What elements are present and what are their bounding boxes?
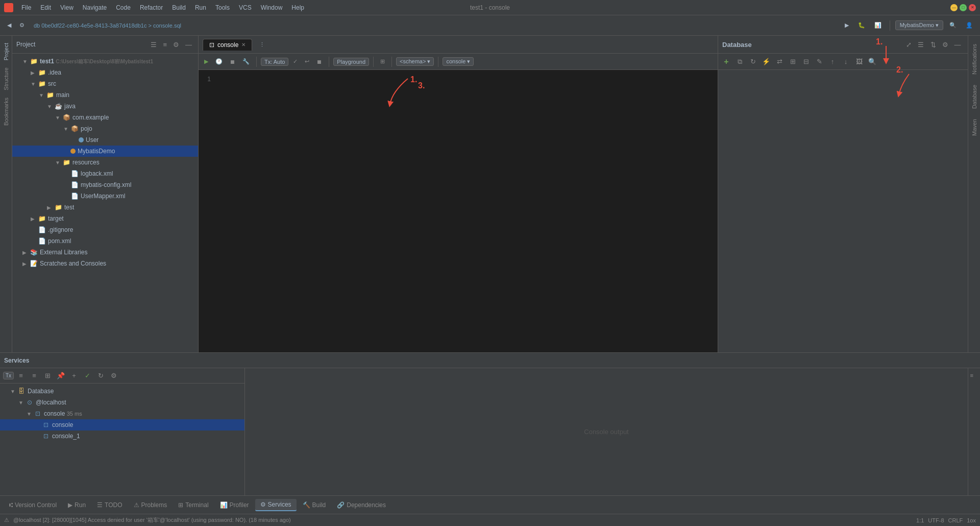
sidebar-close[interactable]: — — [183, 40, 194, 50]
services-gear-btn[interactable]: ⚙ — [108, 370, 120, 382]
rollback-button[interactable]: ↩ — [302, 57, 312, 66]
sidebar-collapse[interactable]: ≡ — [161, 40, 169, 50]
toolbar-run[interactable]: ▶ — [842, 20, 852, 30]
toolbar-profile[interactable]: 📊 — [871, 20, 885, 30]
tree-item-java[interactable]: ▼ ☕ java — [12, 101, 198, 112]
tree-item-src[interactable]: ▼ 📁 src — [12, 78, 198, 89]
console-dropdown[interactable]: console ▾ — [443, 57, 474, 66]
bookmarks-tab[interactable]: Bookmarks — [1, 94, 11, 129]
maven-tab[interactable]: Maven — [969, 115, 979, 140]
services-sidebar-btn[interactable]: ≡ — [970, 372, 978, 380]
bottom-tab-version-control[interactable]: ⑆ Version Control — [4, 499, 62, 511]
menu-code[interactable]: Code — [112, 3, 135, 12]
menu-edit[interactable]: Edit — [36, 3, 55, 12]
db-close-btn[interactable]: — — [951, 38, 964, 51]
menu-build[interactable]: Build — [168, 3, 190, 12]
tree-item-com-example[interactable]: ▼ 📦 com.example — [12, 112, 198, 123]
table-view-button[interactable]: ⊞ — [378, 57, 387, 66]
services-localhost-item[interactable]: ▼ ⊙ @localhost — [0, 397, 244, 408]
bottom-tab-profiler[interactable]: 📊 Profiler — [215, 499, 254, 511]
db-search-filter-btn[interactable]: 🔍 — [866, 56, 878, 68]
menu-run[interactable]: Run — [191, 3, 210, 12]
tree-item-scratches[interactable]: ▶ 📝 Scratches and Consoles — [12, 258, 198, 269]
menu-help[interactable]: Help — [287, 3, 308, 12]
sidebar-settings[interactable]: ⚙ — [171, 40, 181, 50]
db-table-btn[interactable]: ⊞ — [787, 56, 799, 68]
db-filter-btn[interactable]: ⚡ — [760, 56, 772, 68]
schema-dropdown[interactable]: <schema> ▾ — [396, 57, 434, 66]
db-add-btn[interactable]: + — [720, 56, 732, 68]
services-database-item[interactable]: ▼ 🗄 Database — [0, 386, 244, 397]
services-add-btn[interactable]: + — [68, 370, 80, 382]
services-console-35ms-item[interactable]: ▼ ⊡ console 35 ms — [0, 408, 244, 419]
db-list-btn[interactable]: ☰ — [915, 38, 927, 51]
toolbar-user[interactable]: 👤 — [963, 20, 976, 30]
services-pin-btn[interactable]: 📌 — [55, 370, 67, 382]
database-side-tab[interactable]: Database — [969, 81, 979, 113]
services-collapse-btn[interactable]: ≡ — [28, 370, 40, 382]
menu-window[interactable]: Window — [257, 3, 287, 12]
db-sort-btn[interactable]: ⇅ — [927, 38, 939, 51]
tree-item-logback[interactable]: ▶ 📄 logback.xml — [12, 168, 198, 179]
toolbar-debug[interactable]: 🐛 — [855, 20, 868, 30]
toolbar-search[interactable]: 🔍 — [946, 20, 960, 30]
services-reload-btn[interactable]: ↻ — [94, 370, 107, 382]
profile-selector[interactable]: MybatisDemo ▾ — [895, 20, 943, 30]
db-prop-btn[interactable]: ⊟ — [800, 56, 812, 68]
tree-item-resources[interactable]: ▼ 📁 resources — [12, 157, 198, 168]
services-tx-btn[interactable]: Tx — [3, 372, 14, 379]
stop-tx-button[interactable]: ⏹ — [314, 58, 325, 66]
tree-item-pomxml[interactable]: ▶ 📄 pom.xml — [12, 235, 198, 247]
editor-tab-console[interactable]: ⊡ console ✕ — [203, 39, 252, 51]
bottom-tab-run[interactable]: ▶ Run — [63, 499, 91, 511]
db-down-btn[interactable]: ↓ — [840, 56, 852, 68]
tree-item-main[interactable]: ▼ 📁 main — [12, 89, 198, 101]
menu-navigate[interactable]: Navigate — [79, 3, 111, 12]
tree-item-usermapper[interactable]: ▶ 📄 UserMapper.xml — [12, 190, 198, 202]
services-console-active-item[interactable]: ▶ ⊡ console — [0, 419, 244, 431]
db-sync-btn[interactable]: ⇄ — [773, 56, 786, 68]
tree-item-gitignore[interactable]: ▶ 📄 .gitignore — [12, 224, 198, 235]
services-expand-btn[interactable]: ≡ — [15, 370, 27, 382]
menu-file[interactable]: File — [17, 3, 35, 12]
history-button[interactable]: 🕐 — [213, 57, 225, 66]
db-img-btn[interactable]: 🖼 — [853, 56, 865, 68]
format-button[interactable]: 🔧 — [240, 57, 252, 66]
bottom-tab-build[interactable]: 🔨 Build — [298, 499, 331, 511]
notifications-tab[interactable]: Notifications — [969, 40, 979, 79]
menu-refactor[interactable]: Refactor — [136, 3, 167, 12]
tree-item-mybatisdemo[interactable]: ▶ MybatisDemo — [12, 146, 198, 157]
tree-item-test1[interactable]: ▼ 📁 test1 C:\Users\箱车\Desktop\8班\Mybatis… — [12, 56, 198, 67]
tree-item-external-libs[interactable]: ▶ 📚 External Libraries — [12, 247, 198, 258]
minimize-button[interactable]: — — [950, 4, 958, 11]
db-settings-btn[interactable]: ⚙ — [939, 38, 951, 51]
menu-view[interactable]: View — [56, 3, 78, 12]
tree-item-user[interactable]: ▶ User — [12, 134, 198, 146]
db-up-btn[interactable]: ↑ — [826, 56, 839, 68]
close-button[interactable]: ✕ — [969, 4, 976, 11]
tree-item-mybatis-config[interactable]: ▶ 📄 mybatis-config.xml — [12, 179, 198, 190]
structure-tab[interactable]: Structure — [1, 64, 11, 93]
stop-button[interactable]: ⏹ — [227, 58, 238, 66]
toolbar-back[interactable]: ◀ — [4, 20, 14, 30]
bottom-tab-terminal[interactable]: ⊞ Terminal — [173, 499, 213, 511]
maximize-button[interactable]: □ — [960, 4, 967, 11]
tx-dropdown[interactable]: Tx: Auto — [261, 58, 288, 66]
tree-item-idea[interactable]: ▶ 📁 .idea — [12, 67, 198, 78]
menu-tools[interactable]: Tools — [211, 3, 234, 12]
tree-item-test[interactable]: ▶ 📁 test — [12, 202, 198, 213]
project-tab[interactable]: Project — [1, 40, 11, 63]
services-console1-item[interactable]: ▶ ⊡ console_1 — [0, 431, 244, 442]
services-group-btn[interactable]: ⊞ — [41, 370, 54, 382]
tab-close-button[interactable]: ✕ — [241, 42, 246, 47]
editor-content[interactable]: 1 1. 3. — [199, 70, 718, 352]
playground-dropdown[interactable]: Playground — [333, 58, 369, 66]
db-copy-btn[interactable]: ⧉ — [733, 56, 746, 68]
bottom-tab-problems[interactable]: ⚠ Problems — [129, 499, 173, 511]
tree-item-target[interactable]: ▶ 📁 target — [12, 213, 198, 224]
sidebar-expand-all[interactable]: ☰ — [149, 40, 159, 50]
toolbar-settings[interactable]: ⚙ — [16, 20, 28, 30]
bottom-tab-services[interactable]: ⚙ Services — [255, 499, 297, 511]
tree-item-pojo[interactable]: ▼ 📦 pojo — [12, 123, 198, 134]
tab-menu-button[interactable]: ⋮ — [256, 40, 268, 50]
